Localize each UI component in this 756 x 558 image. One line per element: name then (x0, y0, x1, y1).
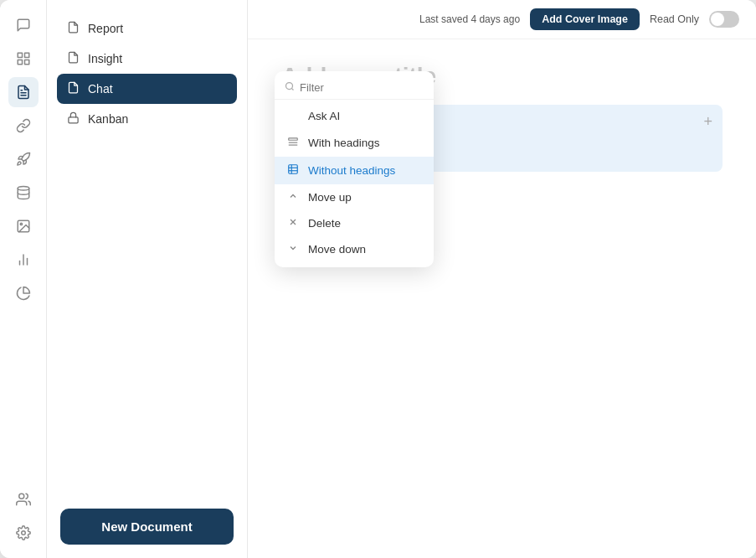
sidebar: Report Insight Chat Kanban (47, 0, 248, 558)
move-up-icon (286, 191, 300, 204)
sidebar-item-chat-label: Chat (88, 82, 113, 96)
rocket-icon[interactable] (8, 144, 39, 174)
image-icon[interactable] (8, 211, 39, 241)
without-headings-icon (286, 163, 300, 178)
svg-rect-14 (69, 117, 78, 123)
svg-point-8 (20, 223, 22, 225)
svg-rect-3 (18, 60, 22, 65)
svg-point-6 (18, 187, 29, 191)
with-headings-icon (286, 136, 300, 150)
sidebar-item-kanban-label: Kanban (88, 112, 128, 126)
svg-rect-17 (289, 138, 298, 140)
svg-point-13 (21, 531, 25, 535)
main-content: Last saved 4 days ago Add Cover Image Re… (248, 0, 756, 558)
svg-point-12 (18, 493, 23, 499)
filter-row (275, 76, 434, 100)
block-content-add-button[interactable]: + (703, 113, 712, 131)
svg-rect-2 (24, 60, 28, 65)
read-only-label: Read Only (650, 13, 699, 25)
chat-icon[interactable] (8, 10, 39, 40)
sidebar-nav: Report Insight Chat Kanban (47, 13, 247, 499)
menu-item-move-down[interactable]: Move down (275, 236, 434, 262)
content-area: Add page title + ⠿ + Ask AI (248, 39, 756, 558)
sidebar-bottom: New Document (47, 499, 247, 545)
layout-icon[interactable] (8, 44, 39, 74)
settings-icon[interactable] (8, 518, 39, 548)
chat-doc-icon (67, 81, 80, 96)
last-saved-text: Last saved 4 days ago (419, 13, 520, 25)
topbar: Last saved 4 days ago Add Cover Image Re… (248, 0, 756, 39)
sidebar-item-insight-label: Insight (88, 52, 122, 65)
move-down-icon (286, 243, 300, 256)
menu-item-with-headings[interactable]: With headings (275, 129, 434, 157)
delete-icon (286, 217, 300, 230)
link-icon[interactable] (8, 111, 39, 141)
svg-rect-20 (289, 165, 298, 174)
add-cover-image-button[interactable]: Add Cover Image (530, 8, 640, 30)
sidebar-item-report-label: Report (88, 22, 123, 35)
svg-point-15 (286, 83, 293, 90)
read-only-toggle[interactable] (709, 11, 739, 28)
svg-rect-1 (24, 53, 28, 57)
app-window: Report Insight Chat Kanban (0, 0, 756, 558)
menu-item-without-headings[interactable]: Without headings (275, 157, 434, 184)
svg-rect-0 (18, 53, 22, 57)
new-document-button[interactable]: New Document (60, 509, 234, 545)
users-icon[interactable] (8, 484, 39, 514)
menu-item-ask-ai[interactable]: Ask AI (275, 103, 434, 129)
icon-rail (0, 0, 47, 558)
filter-input[interactable] (300, 81, 424, 94)
menu-item-delete[interactable]: Delete (275, 210, 434, 236)
sidebar-item-report[interactable]: Report (57, 13, 237, 44)
sidebar-item-insight[interactable]: Insight (57, 44, 237, 74)
svg-line-16 (291, 88, 293, 90)
sidebar-item-kanban[interactable]: Kanban (57, 104, 237, 134)
report-icon (67, 21, 80, 36)
database-icon[interactable] (8, 178, 39, 208)
pie-chart-icon[interactable] (8, 278, 39, 308)
document-icon[interactable] (8, 77, 39, 107)
context-menu: Ask AI With headings Without headings (275, 71, 434, 267)
menu-item-move-up[interactable]: Move up (275, 184, 434, 210)
insight-icon (67, 51, 80, 66)
kanban-lock-icon (67, 111, 80, 127)
bar-chart-icon[interactable] (8, 245, 39, 275)
filter-search-icon (285, 81, 295, 94)
sidebar-item-chat[interactable]: Chat (57, 74, 237, 104)
